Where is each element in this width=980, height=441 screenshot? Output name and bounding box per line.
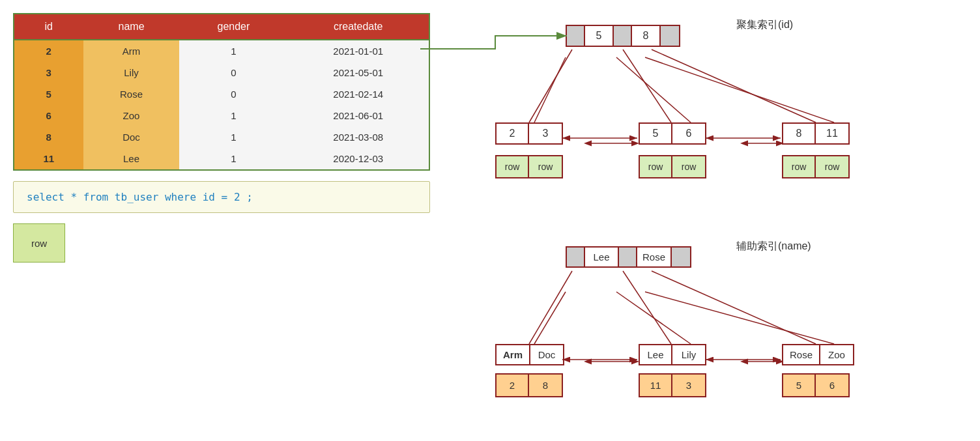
secondary-index-label: 辅助索引(name) — [736, 240, 811, 253]
result-row-label: row — [31, 238, 47, 249]
btree-diagram: 聚集索引(id) 5 8 2 3 row row 5 6 row row 8 1… — [495, 7, 971, 436]
table-row: 11 Lee 1 2020-12-03 — [14, 148, 429, 170]
cell-date: 2020-12-03 — [287, 148, 429, 170]
cell-id: 8 — [14, 126, 83, 148]
data-table: id name gender createdate 2 Arm 1 2021-0… — [13, 13, 430, 171]
cell-name: Zoo — [83, 105, 180, 126]
cell-date: 2021-06-01 — [287, 105, 429, 126]
cell-gender: 1 — [179, 148, 287, 170]
btree2-l1-left: Arm Doc — [495, 344, 564, 365]
svg-line-14 — [652, 50, 816, 122]
cell-gender: 1 — [179, 40, 287, 62]
cell-date: 2021-03-08 — [287, 126, 429, 148]
cell-gender: 0 — [179, 62, 287, 83]
svg-line-2 — [645, 57, 834, 122]
btree2-root: Lee Rose — [566, 246, 691, 268]
sql-text: select * from tb_user where id = 2 ; — [27, 191, 253, 203]
table-row: 5 Rose 0 2021-02-14 — [14, 83, 429, 105]
cell-name: Lee — [83, 148, 180, 170]
svg-line-18 — [623, 271, 671, 344]
btree1-l1-left: 2 3 — [495, 122, 563, 145]
cell-id: 3 — [14, 62, 83, 83]
btree2-l1-left-ids: 2 8 — [495, 373, 563, 397]
cell-gender: 0 — [179, 83, 287, 105]
cell-date: 2021-02-14 — [287, 83, 429, 105]
cell-gender: 1 — [179, 105, 287, 126]
btree2-l1-right-ids: 5 6 — [782, 373, 850, 397]
left-section: id name gender createdate 2 Arm 1 2021-0… — [13, 13, 430, 263]
btree1-l1-mid-rows: row row — [639, 155, 706, 178]
cell-gender: 1 — [179, 126, 287, 148]
cell-date: 2021-05-01 — [287, 62, 429, 83]
cell-id: 11 — [14, 148, 83, 170]
btree1-l1-mid: 5 6 — [639, 122, 706, 145]
svg-line-13 — [623, 50, 671, 122]
result-row-box: row — [13, 223, 65, 263]
btree1-root: 5 8 — [566, 25, 680, 47]
cell-id: 2 — [14, 40, 83, 62]
cell-name: Doc — [83, 126, 180, 148]
arrows-svg — [495, 7, 971, 436]
cell-name: Arm — [83, 40, 180, 62]
svg-line-5 — [534, 292, 566, 344]
btree1-l1-right: 8 11 — [782, 122, 850, 145]
btree1-l1-right-rows: row row — [782, 155, 850, 178]
table-row: 8 Doc 1 2021-03-08 — [14, 126, 429, 148]
cell-name: Lily — [83, 62, 180, 83]
col-header-id: id — [14, 14, 83, 40]
svg-line-6 — [616, 292, 691, 344]
table-row: 3 Lily 0 2021-05-01 — [14, 62, 429, 83]
cell-date: 2021-01-01 — [287, 40, 429, 62]
col-header-createdate: createdate — [287, 14, 429, 40]
table-row: 6 Zoo 1 2021-06-01 — [14, 105, 429, 126]
cell-name: Rose — [83, 83, 180, 105]
svg-line-0 — [534, 57, 566, 122]
btree2-l1-right: Rose Zoo — [782, 344, 854, 365]
svg-line-7 — [645, 292, 834, 344]
btree2-l1-mid-ids: 11 3 — [639, 373, 706, 397]
btree2-l1-mid: Lee Lily — [639, 344, 706, 365]
cell-id: 5 — [14, 83, 83, 105]
col-header-name: name — [83, 14, 180, 40]
clustered-index-label: 聚集索引(id) — [736, 18, 793, 32]
col-header-gender: gender — [179, 14, 287, 40]
btree1-l1-left-rows: row row — [495, 155, 563, 178]
sql-query-box: select * from tb_user where id = 2 ; — [13, 181, 430, 213]
connector-lines — [495, 7, 971, 436]
cell-id: 6 — [14, 105, 83, 126]
svg-line-1 — [616, 57, 691, 122]
table-row: 2 Arm 1 2021-01-01 — [14, 40, 429, 62]
svg-line-19 — [652, 271, 816, 344]
svg-line-17 — [529, 271, 572, 344]
svg-line-12 — [529, 50, 572, 122]
